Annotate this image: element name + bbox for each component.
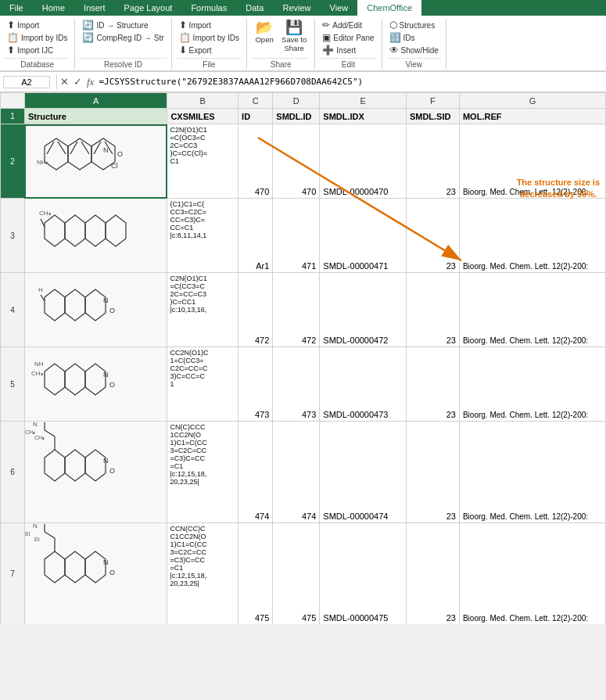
insert-button[interactable]: ➕ Insert (320, 44, 376, 56)
smiles-6[interactable]: CN(C)CCC 1CC2N(O 1)C1=C(CC 3=C2C=CC =C3)… (167, 422, 238, 523)
svg-marker-23 (85, 289, 106, 321)
id-to-structure-icon: 🔄 (82, 20, 94, 31)
svg-text:N: N (103, 558, 109, 566)
data-row: 6 N O (1, 422, 606, 523)
smdl-sid-7[interactable]: 23 (406, 523, 459, 625)
smdl-id-5[interactable]: 473 (273, 347, 320, 422)
compreg-to-str-button[interactable]: 🔄 CompReg ID → Str (80, 31, 166, 44)
tab-chemoffice[interactable]: ChemOffice (357, 0, 421, 16)
smdl-id-2[interactable]: 470 (273, 124, 320, 199)
smdl-idx-4[interactable]: SMDL-00000472 (320, 273, 407, 347)
struct-cell-6[interactable]: N O N CH₃ CH₃ (24, 422, 167, 523)
id-6[interactable]: 474 (238, 422, 273, 523)
smiles-2[interactable]: C2N(O1)C1 =C(OC3=C 2C=CC3 )C=CC(Cl)= C1 (167, 124, 238, 199)
struct-cell-3[interactable]: CH₃ (24, 199, 167, 273)
id-5[interactable]: 473 (238, 347, 273, 422)
header-cxsmiles[interactable]: CXSMILES (167, 109, 238, 124)
mol-ref-6[interactable]: Bioorg. Med. Chem. Lett. 12(2)-200: (459, 422, 605, 523)
col-header-A[interactable]: A (24, 93, 167, 109)
structures-button[interactable]: ⬡ Structures (387, 19, 441, 31)
smdl-sid-3[interactable]: 23 (406, 199, 459, 273)
show-hide-button[interactable]: 👁 Show/Hide (387, 44, 441, 56)
header-id[interactable]: ID (238, 109, 273, 124)
row-num-2: 2 (1, 124, 25, 199)
struct-cell-7[interactable]: N O N Et Et (24, 523, 167, 625)
open-icon: 📂 (256, 20, 273, 34)
cancel-icon[interactable]: ✕ (60, 76, 69, 88)
header-mol-ref[interactable]: MOL.REF (459, 109, 605, 124)
smdl-idx-7[interactable]: SMDL-00000475 (320, 523, 407, 625)
confirm-icon[interactable]: ✓ (74, 76, 82, 88)
import-file-button[interactable]: ⬆ Import (177, 19, 242, 31)
import-button[interactable]: ⬆ Import (5, 19, 70, 31)
tab-data[interactable]: Data (236, 0, 273, 16)
col-header-G[interactable]: G (459, 93, 605, 109)
add-edit-button[interactable]: ✏ Add/Edit (320, 19, 376, 31)
col-header-row: A B C D E F G (1, 93, 606, 109)
smdl-sid-6[interactable]: 23 (406, 422, 459, 523)
tab-review[interactable]: Review (273, 0, 320, 16)
tab-file[interactable]: File (0, 0, 33, 16)
smiles-7[interactable]: CCN(CC)C C1CC2N(O 1)C1=C(CC 3=C2C=CC =C3… (167, 523, 238, 625)
svg-marker-30 (85, 364, 106, 395)
id-3[interactable]: Ar1 (238, 199, 273, 273)
smiles-5[interactable]: CC2N(O1)C 1=C(CC3= C2C=CC=C 3)C=CC=C 1 (167, 347, 238, 422)
tab-view[interactable]: View (321, 0, 358, 16)
col-header-D[interactable]: D (273, 93, 320, 109)
import-by-ids-button[interactable]: 📋 Import by IDs (5, 31, 70, 44)
cell-ref-input[interactable] (3, 76, 50, 88)
smdl-id-3[interactable]: 471 (273, 199, 320, 273)
export-button[interactable]: ⬇ Export (177, 44, 242, 56)
open-button[interactable]: 📂 Open (252, 19, 277, 45)
data-row: 7 N O (1, 523, 606, 625)
smdl-idx-2[interactable]: SMDL-00000470 (320, 124, 407, 199)
smiles-3[interactable]: (C1)C1=C( CC3=C2C= CC=C3)C= CC=C1 |c:8,1… (167, 199, 238, 273)
mol-ref-2[interactable]: Bioorg. Med. Chem. Lett. 12(2)-200: (459, 124, 605, 199)
editor-pane-button[interactable]: ▣ Editor Pane (320, 31, 376, 44)
svg-text:O: O (117, 150, 123, 158)
fx-icon[interactable]: fx (87, 76, 94, 88)
formula-input[interactable] (99, 77, 603, 87)
tab-formulas[interactable]: Formulas (181, 0, 236, 16)
save-to-share-button[interactable]: 💾 Save toShare (278, 19, 310, 55)
col-header-F[interactable]: F (406, 93, 459, 109)
smdl-id-6[interactable]: 474 (273, 422, 320, 523)
smiles-4[interactable]: C2N(O1)C1 =C(CC3=C 2C=CC=C3 )C=CC1 |c:10… (167, 273, 238, 347)
header-smdl-sid[interactable]: SMDL.SID (406, 109, 459, 124)
col-header-E[interactable]: E (320, 93, 407, 109)
svg-marker-35 (45, 450, 65, 481)
id-2[interactable]: 470 (238, 124, 273, 199)
smdl-sid-2[interactable]: 23 (406, 124, 459, 199)
mol-ref-4[interactable]: Bioorg. Med. Chem. Lett. 12(2)-200: (459, 273, 605, 347)
smdl-idx-6[interactable]: SMDL-00000474 (320, 422, 407, 523)
ids-button[interactable]: 🔢 IDs (387, 31, 441, 44)
smdl-sid-4[interactable]: 23 (406, 273, 459, 347)
col-header-B[interactable]: B (167, 93, 238, 109)
smdl-sid-5[interactable]: 23 (406, 347, 459, 422)
header-smdl-id[interactable]: SMDL.ID (273, 109, 320, 124)
tab-page-layout[interactable]: Page Layout (115, 0, 182, 16)
ribbon-group-resolve: 🔄 ID → Structure 🔄 CompReg ID → Str Reso… (75, 19, 171, 69)
formula-bar: ✕ ✓ fx (0, 72, 606, 92)
struct-cell-5[interactable]: N O NH CH₃ (24, 347, 167, 422)
col-header-C[interactable]: C (238, 93, 273, 109)
smdl-idx-5[interactable]: SMDL-00000473 (320, 347, 407, 422)
smdl-id-7[interactable]: 475 (273, 523, 320, 625)
header-structure[interactable]: Structure (24, 109, 167, 124)
mol-ref-5[interactable]: Bioorg. Med. Chem. Lett. 12(2)-200: (459, 347, 605, 422)
id-to-structure-button[interactable]: 🔄 ID → Structure (80, 19, 166, 31)
import-ijc-button[interactable]: ⬆ Import IJC (5, 44, 70, 56)
smdl-id-4[interactable]: 472 (273, 273, 320, 347)
header-smdl-idx[interactable]: SMDL.IDX (320, 109, 407, 124)
struct-cell-2[interactable]: N O NH₂ (24, 124, 167, 199)
tab-home[interactable]: Home (33, 0, 74, 16)
mol-ref-3[interactable]: Bioorg. Med. Chem. Lett. 12(2)-200: (459, 199, 605, 273)
smdl-idx-3[interactable]: SMDL-00000471 (320, 199, 407, 273)
tab-insert[interactable]: Insert (74, 0, 115, 16)
import-by-ids-file-button[interactable]: 📋 Import by IDs (177, 31, 242, 44)
id-4[interactable]: 472 (238, 273, 273, 347)
mol-ref-7[interactable]: Bioorg. Med. Chem. Lett. 12(2)-200: (459, 523, 605, 625)
sheet-container[interactable]: A B C D E F G 1 Structure CXSMILES ID SM… (0, 92, 606, 624)
struct-cell-4[interactable]: N O H (24, 273, 167, 347)
id-7[interactable]: 475 (238, 523, 273, 625)
